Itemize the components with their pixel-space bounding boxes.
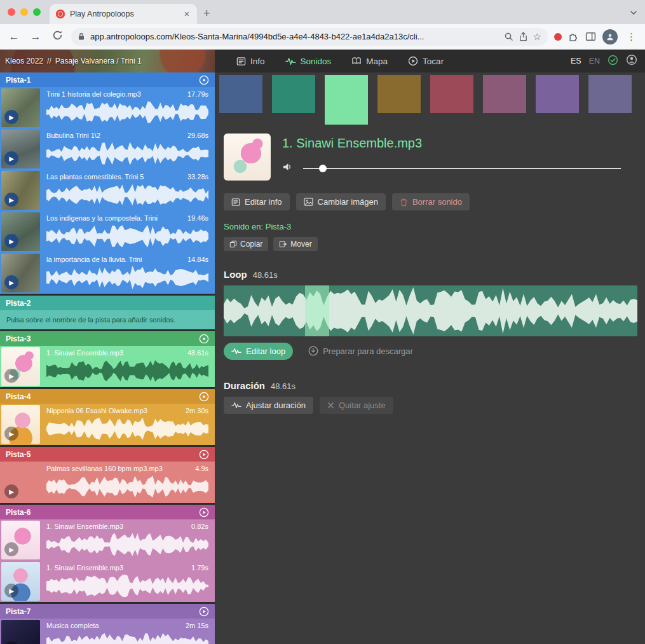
palette-swatch[interactable] bbox=[377, 75, 421, 113]
track-play-icon[interactable] bbox=[199, 75, 209, 85]
lang-en[interactable]: EN bbox=[589, 57, 600, 65]
sound-title[interactable]: 1. Sinawi Ensemble.mp3 bbox=[46, 349, 184, 357]
sound-thumbnail[interactable]: ▶ bbox=[1, 171, 40, 210]
sound-play-button[interactable]: ▶ bbox=[4, 542, 18, 556]
sound-title[interactable]: la importancia de la lluvia. Trini bbox=[46, 256, 184, 263]
sound-play-button[interactable]: ▶ bbox=[4, 484, 18, 498]
volume-slider[interactable] bbox=[303, 168, 621, 169]
sound-row[interactable]: ▶ Los indígenas y la compostela. Trini19… bbox=[0, 211, 215, 252]
recording-extension-icon[interactable] bbox=[554, 33, 562, 41]
sound-row[interactable]: ▶ Musica completa2m 15s bbox=[0, 619, 215, 644]
sound-play-button[interactable]: ▶ bbox=[4, 584, 18, 598]
sound-play-button[interactable]: ▶ bbox=[4, 369, 18, 383]
sound-thumbnail[interactable]: ▶ bbox=[1, 130, 40, 168]
reload-button[interactable] bbox=[50, 30, 65, 44]
sound-title[interactable]: 1. Sinawi Ensemble.mp3 bbox=[46, 564, 187, 572]
delete-sound-button[interactable]: Borrar sonido bbox=[392, 193, 470, 210]
sound-row[interactable]: ▶ la importancia de la lluvia. Trini14.8… bbox=[0, 252, 215, 294]
selected-sound-thumbnail[interactable] bbox=[224, 134, 271, 181]
loop-selection-region[interactable] bbox=[305, 285, 329, 336]
side-panel-icon[interactable] bbox=[585, 31, 596, 42]
sound-thumbnail[interactable]: ▶ bbox=[1, 521, 40, 559]
sound-location-track-link[interactable]: Pista-3 bbox=[266, 222, 291, 231]
sound-title[interactable]: Nipponia 06 Esashi Oiwake.mp3 bbox=[46, 407, 182, 414]
zoom-icon[interactable] bbox=[504, 32, 513, 41]
url-text[interactable]: app.antropoloops.com/Kleos-Santa-Marina/… bbox=[90, 32, 499, 41]
sound-thumbnail[interactable]: ▶ bbox=[1, 254, 40, 292]
loop-waveform-panel[interactable] bbox=[224, 285, 637, 336]
copy-button[interactable]: Copiar bbox=[224, 237, 268, 251]
prepare-download-button[interactable]: Preparar para descargar bbox=[301, 342, 421, 360]
palette-swatch[interactable] bbox=[219, 75, 262, 113]
track-header[interactable]: Pista-3 bbox=[0, 331, 215, 346]
sound-thumbnail[interactable]: ▶ bbox=[1, 347, 40, 386]
sound-title[interactable]: Trini 1 historia del colegio.mp3 bbox=[46, 90, 184, 98]
sound-row[interactable]: ▶ 1. Sinawi Ensemble.mp31.79s bbox=[0, 561, 215, 602]
edit-info-button[interactable]: Editar info bbox=[224, 193, 290, 210]
palette-swatch[interactable] bbox=[272, 75, 315, 113]
sound-row[interactable]: ▶ Nipponia 06 Esashi Oiwake.mp32m 30s bbox=[0, 404, 215, 445]
extensions-puzzle-icon[interactable] bbox=[568, 31, 579, 42]
palette-swatch[interactable] bbox=[536, 75, 579, 113]
sound-row[interactable]: ▶ Palmas sevillanas 160 bpm mp3.mp34.9s bbox=[0, 462, 215, 503]
sound-thumbnail[interactable]: ▶ bbox=[1, 88, 40, 127]
track-header[interactable]: Pista-6 bbox=[0, 505, 215, 519]
track-header[interactable]: Pista-2 bbox=[0, 296, 215, 310]
tab-mapa[interactable]: Mapa bbox=[344, 50, 395, 72]
address-bar[interactable]: app.antropoloops.com/Kleos-Santa-Marina/… bbox=[71, 28, 548, 46]
tab-close-icon[interactable]: × bbox=[183, 9, 191, 19]
lock-icon[interactable] bbox=[78, 32, 85, 41]
palette-swatch-selected[interactable] bbox=[325, 75, 368, 125]
edit-loop-button[interactable]: Editar loop bbox=[224, 343, 293, 360]
track-play-icon[interactable] bbox=[199, 507, 209, 517]
breadcrumb-path[interactable]: Pasaje Valvanera / Trini 1 bbox=[55, 57, 142, 65]
track-play-icon[interactable] bbox=[199, 606, 209, 617]
track-play-icon[interactable] bbox=[199, 334, 209, 344]
tab-sonidos[interactable]: Sonidos bbox=[278, 50, 339, 72]
bookmark-star-icon[interactable]: ☆ bbox=[533, 31, 541, 43]
browser-menu-icon[interactable]: ⋮ bbox=[624, 31, 639, 43]
profile-avatar[interactable] bbox=[602, 29, 618, 45]
tab-search-chevron-icon[interactable] bbox=[630, 8, 637, 19]
sound-thumbnail[interactable]: ▶ bbox=[1, 212, 40, 251]
remove-adjust-button[interactable]: Quitar ajuste bbox=[320, 397, 393, 414]
sound-thumbnail[interactable]: ▶ bbox=[1, 405, 40, 444]
sound-row[interactable]: ▶ Bubulina Trini 1\229.68s bbox=[0, 128, 215, 170]
palette-swatch[interactable] bbox=[430, 75, 473, 113]
palette-swatch[interactable] bbox=[483, 75, 526, 113]
sound-title[interactable]: Bubulina Trini 1\2 bbox=[46, 132, 184, 139]
new-tab-button[interactable]: + bbox=[203, 7, 210, 20]
account-icon[interactable] bbox=[626, 54, 637, 68]
sound-row-selected[interactable]: ▶ 1. Sinawi Ensemble.mp348.61s bbox=[0, 346, 215, 387]
adjust-duration-button[interactable]: Ajustar duración bbox=[224, 397, 313, 414]
sound-play-button[interactable]: ▶ bbox=[4, 275, 18, 289]
tab-info[interactable]: Info bbox=[229, 50, 273, 72]
sound-thumbnail[interactable]: ▶ bbox=[1, 463, 40, 502]
close-window-button[interactable] bbox=[8, 8, 15, 16]
palette-swatch[interactable] bbox=[588, 75, 632, 113]
track-header[interactable]: Pista-1 bbox=[0, 72, 215, 87]
sound-row[interactable]: ▶ Las plantas comestibles. Trini 533.28s bbox=[0, 170, 215, 211]
sound-play-button[interactable]: ▶ bbox=[4, 427, 18, 441]
track-play-icon[interactable] bbox=[199, 449, 209, 460]
minimize-window-button[interactable] bbox=[20, 8, 28, 16]
breadcrumb-project[interactable]: Kleos 2022 bbox=[5, 57, 43, 65]
sound-row[interactable]: ▶ 1. Sinawi Ensemble.mp30.82s bbox=[0, 519, 215, 561]
browser-tab[interactable]: Play Antropoloops × bbox=[50, 4, 197, 24]
sound-thumbnail[interactable]: ▶ bbox=[1, 620, 40, 644]
sound-play-button[interactable]: ▶ bbox=[4, 193, 18, 207]
lang-es[interactable]: ES bbox=[571, 57, 581, 65]
sound-play-button[interactable]: ▶ bbox=[4, 110, 18, 124]
track-header[interactable]: Pista-7 bbox=[0, 604, 215, 619]
track-play-icon[interactable] bbox=[199, 392, 209, 402]
sound-title[interactable]: Las plantas comestibles. Trini 5 bbox=[46, 173, 184, 181]
sound-row[interactable]: ▶ Trini 1 historia del colegio.mp317.79s bbox=[0, 87, 215, 128]
forward-button[interactable]: → bbox=[28, 31, 43, 43]
sound-play-button[interactable]: ▶ bbox=[4, 641, 18, 644]
sound-play-button[interactable]: ▶ bbox=[4, 151, 18, 165]
sound-title[interactable]: Musica completa bbox=[46, 622, 182, 629]
move-button[interactable]: Mover bbox=[273, 237, 317, 251]
sound-play-button[interactable]: ▶ bbox=[4, 234, 18, 248]
tab-tocar[interactable]: Tocar bbox=[400, 50, 451, 72]
sound-title[interactable]: Palmas sevillanas 160 bpm mp3.mp3 bbox=[46, 465, 191, 472]
